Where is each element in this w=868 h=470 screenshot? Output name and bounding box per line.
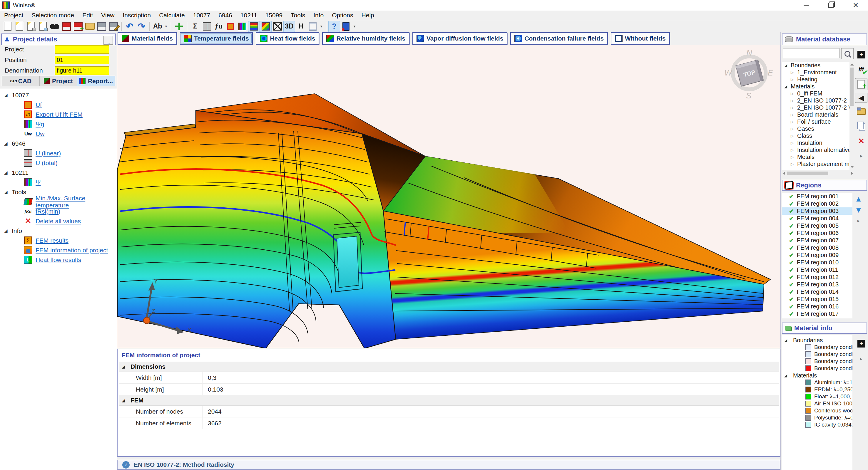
tree-item[interactable]: Min./Max. Surface temperature [0, 197, 117, 206]
exit-dropdown-icon[interactable]: ▾ [352, 21, 357, 32]
menu-item[interactable]: Options [328, 12, 357, 19]
menu-item[interactable]: Selection mode [27, 12, 78, 19]
database-tree-label[interactable]: Gases [797, 126, 814, 132]
database-tree-label[interactable]: Glass [797, 132, 812, 139]
material-info-row[interactable]: Coniferous wood: λ= [782, 407, 852, 414]
tree-expander-icon[interactable]: ◢ [4, 170, 12, 175]
section-expander-icon[interactable]: ◢ [119, 364, 130, 369]
fem-region-label[interactable]: FEM region 017 [797, 310, 839, 317]
tree-item[interactable]: Ψ [0, 177, 117, 187]
close-button[interactable]: ✕ [843, 0, 868, 10]
tree-item[interactable]: U (linear) [0, 148, 117, 158]
search-button[interactable] [841, 48, 854, 59]
fem-region-label[interactable]: FEM region 003 [797, 208, 839, 214]
material-fields-button[interactable]: Material fields [118, 32, 177, 45]
inscription-icon[interactable]: Ab [152, 21, 163, 32]
menu-item[interactable]: Project [0, 12, 27, 19]
tree-item-label[interactable]: Min./Max. Surface temperature [36, 195, 117, 209]
isotherm-field-icon[interactable] [260, 21, 272, 32]
tree-item[interactable]: ◢ 10211 [0, 168, 117, 177]
tree-item-label[interactable]: 10211 [12, 169, 29, 176]
menu-item[interactable]: Help [358, 12, 378, 19]
fem-region-row[interactable]: ✔ FEM region 009 [782, 251, 852, 259]
fem-region-label[interactable]: FEM region 008 [797, 244, 839, 251]
h-tool-icon[interactable]: H [295, 21, 307, 32]
tree-item-label[interactable]: U (total) [36, 160, 58, 167]
property-row[interactable]: Width [m] 0,3 [119, 372, 779, 383]
database-tree-label[interactable]: Boundaries [791, 62, 820, 69]
scroll-right-icon[interactable] [851, 172, 853, 175]
form-input[interactable] [55, 45, 110, 54]
new-material-icon[interactable] [855, 49, 867, 61]
fem-region-row[interactable]: ✔ FEM region 012 [782, 273, 852, 281]
fem-region-label[interactable]: FEM region 007 [797, 237, 839, 244]
database-tree-item[interactable]: ▷ Foil / surface [782, 118, 849, 125]
material-info-label[interactable]: Materials [793, 372, 817, 379]
import-material-icon[interactable] [855, 106, 867, 118]
tree-expander-icon[interactable]: ◢ [4, 141, 12, 146]
tree-item[interactable]: Export Uf ift FEM [0, 109, 117, 119]
database-tree-item[interactable]: ▷ 2_EN ISO 10077-2 W [782, 104, 849, 111]
new-document-icon[interactable] [2, 21, 13, 32]
frsi-icon[interactable]: ƒu [213, 21, 224, 32]
material-info-label[interactable]: EPDM: λ=0,250, ε=9 [814, 386, 852, 393]
database-tree-label[interactable]: 1_Environment [797, 69, 837, 76]
fem-region-row[interactable]: ✔ FEM region 017 [782, 310, 852, 317]
tree-item[interactable]: FEM information of project [0, 245, 117, 255]
tree-expander-icon[interactable]: ▷ [791, 134, 797, 138]
save-as-icon[interactable] [107, 21, 119, 32]
tree-expander-icon[interactable]: ◢ [784, 338, 790, 342]
material-info-row[interactable]: Air EN ISO 10077-2 [782, 400, 852, 407]
fem-3d-viewport[interactable]: N E S W TOP Y X [117, 45, 780, 348]
expand-panel-icon[interactable]: ▸ [860, 356, 862, 362]
tree-item-label[interactable]: Ψg [36, 121, 44, 128]
material-info-row[interactable]: Boundary condition [782, 365, 852, 372]
toolbar-separator[interactable] [171, 22, 171, 31]
database-tree-label[interactable]: Insulation [797, 139, 823, 146]
property-row[interactable]: Number of elements 3662 [119, 417, 779, 429]
tree-expander-icon[interactable]: ▷ [791, 70, 797, 75]
inscription-dropdown-icon[interactable]: ▾ [163, 21, 169, 32]
menu-item[interactable]: Calculate [155, 12, 189, 19]
tab-project[interactable]: Project [40, 76, 77, 86]
exit-icon[interactable] [340, 21, 352, 32]
fem-region-label[interactable]: FEM region 014 [797, 289, 839, 295]
fem-region-row[interactable]: ✔ FEM region 013 [782, 281, 852, 288]
fem-region-label[interactable]: FEM region 013 [797, 281, 839, 288]
report-notes-icon[interactable] [307, 21, 319, 32]
scroll-left-icon[interactable] [783, 172, 785, 175]
assign-material-icon[interactable] [855, 78, 867, 90]
material-info-row[interactable]: EPDM: λ=0,250, ε=9 [782, 386, 852, 393]
menu-item[interactable]: 6946 [214, 12, 236, 19]
undo-icon[interactable]: ↶ [124, 21, 135, 32]
delete-material-icon[interactable]: ✕ [855, 135, 867, 147]
scrollbar-thumb[interactable] [787, 172, 828, 175]
scrollbar-thumb[interactable] [850, 68, 854, 106]
tree-item[interactable]: U (total) [0, 158, 117, 168]
material-info-label[interactable]: Coniferous wood: λ= [814, 407, 852, 414]
fem-region-label[interactable]: FEM region 009 [797, 252, 839, 259]
relative-humidity-fields-button[interactable]: Relative humidity fields [322, 32, 409, 45]
save-project-icon[interactable] [61, 21, 72, 32]
material-info-label[interactable]: Boundary condition [814, 351, 852, 358]
tree-expander-icon[interactable]: ◢ [4, 93, 12, 98]
tree-expander-icon[interactable]: ▷ [791, 155, 797, 159]
new-from-template-icon[interactable] [13, 21, 25, 32]
material-info-label[interactable]: Boundary condition [814, 344, 852, 350]
tree-expander-icon[interactable]: ◢ [784, 84, 791, 89]
help-icon[interactable]: ? [328, 21, 340, 32]
database-tree-label[interactable]: Insulation alternative [797, 146, 849, 153]
database-tree-label[interactable]: Metals [797, 154, 814, 160]
tree-item[interactable]: Heat flow results [0, 255, 117, 265]
fem-region-row[interactable]: ✔ FEM region 008 [782, 244, 852, 251]
material-info-label[interactable]: Polysulfide: λ=0,400 [814, 414, 852, 421]
database-tree-label[interactable]: Heating [797, 76, 817, 83]
database-tree-label[interactable]: Plaster pavement mo [797, 161, 849, 167]
form-input[interactable] [55, 56, 110, 64]
fem-region-row[interactable]: ✔ FEM region 001 [782, 193, 852, 200]
database-tree-item[interactable]: ◢ Boundaries [782, 62, 849, 69]
menu-item[interactable]: Tools [287, 12, 309, 19]
section-expander-icon[interactable]: ◢ [119, 398, 130, 403]
tree-expander-icon[interactable]: ▷ [791, 162, 797, 166]
tree-expander-icon[interactable]: ◢ [784, 63, 791, 68]
